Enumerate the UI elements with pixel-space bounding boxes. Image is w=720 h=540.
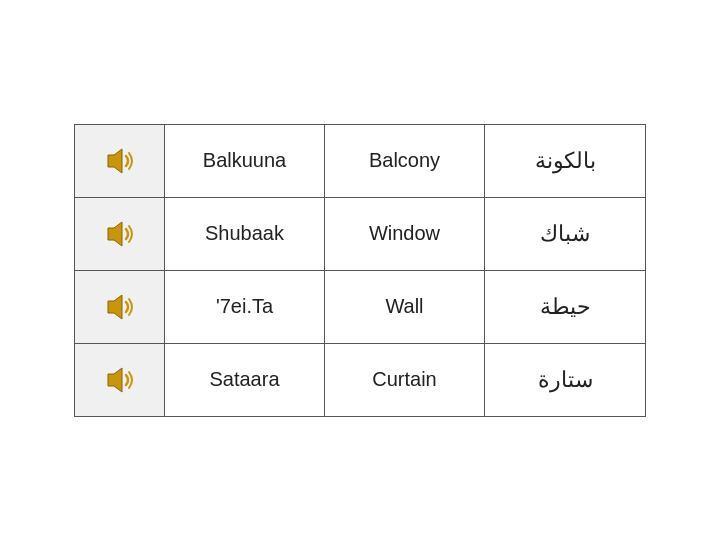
svg-marker-0 (108, 149, 122, 173)
speaker-cell[interactable] (75, 125, 165, 197)
speaker-icon[interactable] (100, 287, 140, 327)
arabic-text: حيطة (485, 271, 645, 343)
svg-marker-2 (108, 295, 122, 319)
latin-text: Shubaak (165, 198, 325, 270)
english-text: Window (325, 198, 485, 270)
latin-text: Sataara (165, 344, 325, 416)
svg-marker-3 (108, 368, 122, 392)
arabic-text: شباك (485, 198, 645, 270)
english-text: Wall (325, 271, 485, 343)
speaker-icon[interactable] (100, 360, 140, 400)
table-row: Balkuuna Balcony بالكونة (75, 125, 645, 198)
table-row: '7ei.Ta Wall حيطة (75, 271, 645, 344)
svg-marker-1 (108, 222, 122, 246)
speaker-cell[interactable] (75, 344, 165, 416)
speaker-cell[interactable] (75, 198, 165, 270)
table-row: Sataara Curtain ستارة (75, 344, 645, 416)
vocabulary-table: Balkuuna Balcony بالكونة Shubaak Window … (74, 124, 646, 417)
latin-text: '7ei.Ta (165, 271, 325, 343)
latin-text: Balkuuna (165, 125, 325, 197)
speaker-icon[interactable] (100, 141, 140, 181)
arabic-text: بالكونة (485, 125, 645, 197)
english-text: Balcony (325, 125, 485, 197)
english-text: Curtain (325, 344, 485, 416)
speaker-cell[interactable] (75, 271, 165, 343)
speaker-icon[interactable] (100, 214, 140, 254)
table-row: Shubaak Window شباك (75, 198, 645, 271)
arabic-text: ستارة (485, 344, 645, 416)
